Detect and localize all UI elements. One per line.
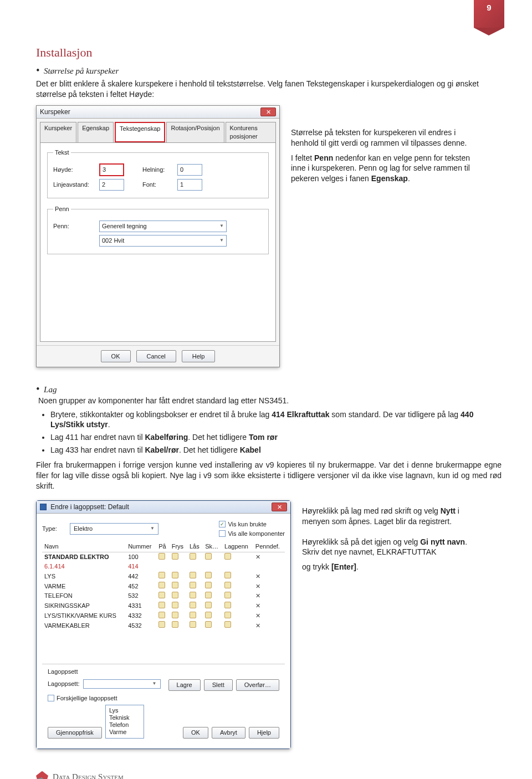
layer-status-icon [158, 572, 165, 578]
layer-status-icon [224, 621, 231, 628]
chevron-down-icon: ▼ [152, 681, 157, 687]
list-item: Lag 433 har endret navn til Kabel/rør. D… [50, 445, 502, 455]
lagoppsett-list[interactable]: LysTekniskTelefonVarme [105, 705, 144, 739]
layer-status-icon [172, 582, 178, 588]
cancel-button[interactable]: Cancel [136, 350, 176, 363]
hoyde-label: Høyde: [53, 166, 95, 174]
layer-status-icon [190, 582, 196, 588]
ok-button[interactable]: OK [183, 727, 208, 739]
subheading-lag: • Lag [36, 384, 502, 395]
table-header: Lagpenn [222, 541, 253, 552]
table-header: Navn [42, 541, 126, 552]
layer-status-icon [205, 592, 212, 598]
dialog-title: Kurspeker [40, 107, 70, 116]
linjeavstand-label: Linjeavstand: [53, 181, 95, 189]
slett-button[interactable]: Slett [204, 679, 233, 691]
logo-icon [36, 771, 48, 779]
table-row[interactable]: STANDARD ELEKTRO100✕ [42, 552, 285, 562]
table-row[interactable]: SIKRINGSSKAP4331✕ [42, 601, 285, 611]
helning-input[interactable]: 0 [177, 164, 202, 176]
tab-egenskap[interactable]: Egenskap [78, 122, 114, 142]
table-header: Lås [187, 541, 203, 552]
lag-body: Filer fra brukermappen i forrige versjon… [36, 460, 502, 491]
table-row[interactable]: 6.1.414414 [42, 562, 285, 571]
table-row[interactable]: LYS/STIKK/VARME KURS4332✕ [42, 611, 285, 621]
list-item: Lag 411 har endret navn til Kabelføring.… [50, 432, 502, 443]
penn-label: Penn: [53, 222, 95, 230]
chevron-down-icon: ▼ [219, 223, 224, 229]
layer-status-icon [224, 553, 231, 560]
dialog-button-row: OK Cancel Help [37, 345, 279, 367]
table-row[interactable]: TELEFON532✕ [42, 591, 285, 601]
chevron-down-icon: ▼ [150, 526, 155, 532]
bullet-icon: • [36, 383, 39, 394]
avbryt-button[interactable]: Avbryt [212, 727, 245, 739]
helning-label: Helning: [142, 166, 173, 174]
close-button[interactable]: ✕ [260, 107, 276, 116]
layer-status-icon [158, 612, 165, 618]
list-item[interactable]: Telefon [109, 721, 140, 729]
visalle-checkbox[interactable]: Vis alle komponenter [219, 530, 285, 538]
table-row[interactable]: VARME452✕ [42, 581, 285, 591]
penn2-select[interactable]: 002 Hvit ▼ [99, 235, 227, 247]
group-tekst: Tekst Høyde: 3 Helning: 0 Linjeavstand: … [47, 148, 269, 199]
list-item[interactable]: Varme [109, 729, 140, 736]
type-select[interactable]: Elektro ▼ [70, 523, 158, 535]
hjelp-button[interactable]: Hjelp [249, 727, 279, 739]
lagre-button[interactable]: Lagre [168, 679, 201, 691]
layer-status-icon [158, 592, 165, 598]
layer-status-icon [158, 621, 165, 628]
layer-status-icon [172, 592, 178, 598]
lagoppsett-dialog: Endre i lagoppsett: Default ✕ Type: Elek… [36, 500, 291, 749]
table-row[interactable]: VARMEKABLER4532✕ [42, 621, 285, 631]
list-item[interactable]: Lys [109, 707, 140, 714]
layer-status-icon [205, 621, 212, 628]
layer-status-icon [190, 621, 196, 628]
table-header: På [156, 541, 170, 552]
tab-kurspeker[interactable]: Kurspeker [40, 122, 76, 142]
layer-status-icon [224, 582, 231, 588]
help-button[interactable]: Help [182, 350, 216, 363]
dialog-titlebar: Kurspeker ✕ [37, 106, 279, 119]
kurspeker-dialog: Kurspeker ✕ Kurspeker Egenskap Tekstegen… [36, 105, 280, 368]
viskun-checkbox[interactable]: ✓Vis kun brukte [219, 520, 285, 529]
layer-table: NavnNummerPåFrysLåsSk…LagpennPenndef. ST… [42, 541, 285, 631]
tab-rotasjon[interactable]: Rotasjon/Posisjon [166, 122, 224, 142]
penndef-icon: ✕ [255, 612, 260, 619]
overfor-button[interactable]: Overfør… [236, 679, 279, 691]
penndef-icon: ✕ [255, 554, 260, 560]
font-input[interactable]: 1 [177, 179, 202, 191]
ok-button[interactable]: OK [101, 350, 131, 363]
font-label: Font: [142, 181, 173, 189]
close-button[interactable]: ✕ [272, 503, 287, 511]
forskjellige-checkbox[interactable]: Forskjellige lagoppsett [48, 694, 144, 703]
footer: Data Design System [36, 771, 502, 779]
hoyde-input[interactable]: 3 [99, 163, 124, 176]
table-row[interactable]: LYS442✕ [42, 571, 285, 581]
penn-select[interactable]: Generell tegning ▼ [99, 221, 227, 232]
lag-intro: Noen grupper av komponenter har fått end… [38, 396, 502, 406]
list-item[interactable]: Teknisk [109, 714, 140, 721]
subheading-kurspeker: • Størrelse på kurspeker [36, 65, 502, 76]
tab-body: Tekst Høyde: 3 Helning: 0 Linjeavstand: … [40, 142, 276, 342]
layer-status-icon [172, 572, 178, 578]
gjennoppfrisk-button[interactable]: Gjennoppfrisk [48, 727, 102, 739]
layer-status-icon [172, 621, 178, 628]
layer-status-icon [172, 553, 178, 560]
tab-strip: Kurspeker Egenskap Tekstegenskap Rotasjo… [37, 119, 279, 142]
page-number-tab: 9 [474, 0, 504, 28]
tab-kontur[interactable]: Konturens posisjoner [226, 122, 276, 142]
lagoppsett-field-label: Lagoppsett: [48, 680, 80, 688]
window-icon [40, 504, 47, 510]
lagoppsett-select[interactable]: ▼ [83, 679, 161, 689]
penndef-icon: ✕ [255, 602, 260, 609]
list-item: Brytere, stikkontakter og koblingsbokser… [50, 409, 502, 430]
dialog-content: Type: Elektro ▼ ✓Vis kun brukte Vis alle… [37, 514, 290, 749]
page-number: 9 [487, 2, 491, 13]
tab-tekstegenskap[interactable]: Tekstegenskap [115, 122, 165, 142]
bullet-icon: • [36, 65, 39, 76]
type-label: Type: [42, 525, 65, 533]
linjeavstand-input[interactable]: 2 [99, 179, 124, 191]
table-header: Nummer [126, 541, 156, 552]
layer-status-icon [158, 602, 165, 608]
